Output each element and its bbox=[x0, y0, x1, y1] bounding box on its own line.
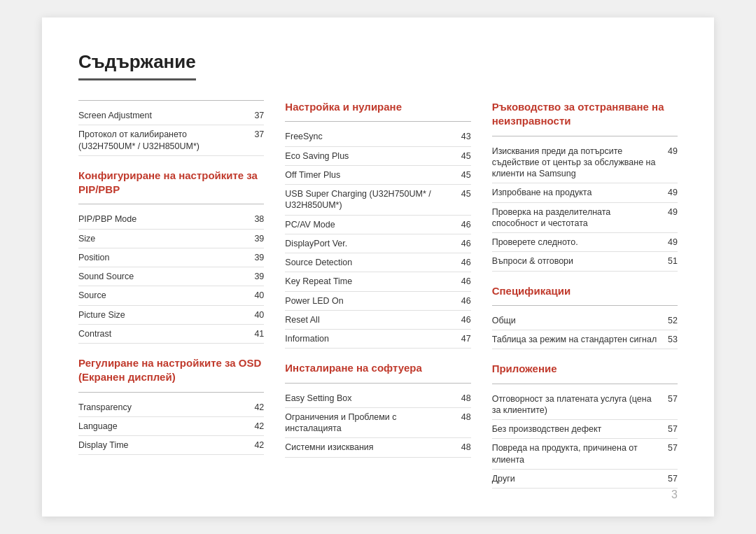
toc-row-label: Source Detection bbox=[285, 257, 456, 268]
toc-row-num: 45 bbox=[457, 170, 471, 180]
toc-row-num: 46 bbox=[457, 220, 471, 230]
toc-row: Picture Size40 bbox=[78, 306, 264, 325]
toc-row-label: Системни изисквания bbox=[285, 442, 456, 453]
toc-row: Изисквания преди да потърсите съдействие… bbox=[492, 142, 678, 184]
col2-section2-title: Инсталиране на софтуера bbox=[285, 361, 470, 375]
toc-row-label: Въпроси & отговори bbox=[492, 255, 664, 267]
toc-row: Reset All46 bbox=[285, 311, 470, 330]
column-3: Ръководство за отстраняване на неизправн… bbox=[492, 100, 678, 489]
col3-s1-rows: Изисквания преди да потърсите съдействие… bbox=[492, 142, 678, 272]
col1-s2-rows: Transparency42Language42Display Time42 bbox=[78, 398, 264, 456]
toc-row-num: 39 bbox=[250, 272, 264, 281]
toc-row-num: 46 bbox=[457, 258, 471, 267]
toc-row: Изпробване на продукта49 bbox=[492, 183, 678, 202]
toc-row: Screen Adjustment37 bbox=[78, 106, 264, 125]
toc-row: Повреда на продукта, причинена от клиент… bbox=[492, 439, 678, 470]
col3-section3-title: Приложение bbox=[492, 362, 678, 376]
toc-row-label: Други bbox=[492, 473, 664, 484]
toc-row-num: 45 bbox=[457, 151, 471, 161]
toc-row-label: USB Super Charging (U32H750UM* / U32H850… bbox=[285, 188, 456, 211]
toc-row: Отговорност за платената услуга (цена за… bbox=[492, 390, 678, 421]
col3-s2-rows: Общи52Таблица за режим на стандартен сиг… bbox=[492, 311, 678, 350]
col3-s3-rows: Отговорност за платената услуга (цена за… bbox=[492, 390, 678, 489]
toc-row-label: Information bbox=[285, 333, 456, 344]
toc-row-label: DisplayPort Ver. bbox=[285, 238, 456, 249]
col1-section1-title: Конфигуриране на настройките за PIP/PBP bbox=[78, 169, 264, 197]
toc-row-num: 46 bbox=[457, 276, 471, 286]
toc-row: Общи52 bbox=[492, 311, 678, 330]
toc-row-num: 57 bbox=[664, 394, 678, 404]
toc-row-num: 49 bbox=[664, 188, 678, 197]
col1-top-rows: Screen Adjustment37Протокол от калибиран… bbox=[78, 106, 264, 156]
column-1: Screen Adjustment37Протокол от калибиран… bbox=[78, 100, 285, 489]
toc-row: Ограничения и Проблеми с инсталацията48 bbox=[285, 408, 470, 439]
toc-row: Size39 bbox=[78, 230, 264, 248]
col3-section2-title: Спецификации bbox=[492, 284, 678, 298]
toc-row-label: Power LED On bbox=[285, 295, 456, 307]
toc-row-label: Изпробване на продукта bbox=[492, 187, 664, 198]
toc-row: Language42 bbox=[78, 417, 264, 436]
col2-section2: Инсталиране на софтуера Easy Setting Box… bbox=[285, 361, 470, 457]
toc-row-num: 42 bbox=[250, 421, 264, 431]
toc-row-label: PC/AV Mode bbox=[285, 219, 456, 230]
toc-row-label: Отговорност за платената услуга (цена за… bbox=[492, 393, 664, 416]
page-number: 3 bbox=[671, 489, 678, 501]
toc-row: Проверете следното.49 bbox=[492, 233, 678, 252]
toc-row: PC/AV Mode46 bbox=[285, 216, 470, 234]
toc-row-label: FreeSync bbox=[285, 131, 456, 142]
toc-row: Без производствен дефект57 bbox=[492, 420, 678, 439]
toc-row-num: 53 bbox=[664, 335, 678, 344]
toc-row-label: Easy Setting Box bbox=[285, 393, 456, 404]
toc-row-num: 37 bbox=[250, 129, 264, 139]
col3-section1: Ръководство за отстраняване на неизправн… bbox=[492, 100, 678, 272]
toc-row: Information47 bbox=[285, 330, 470, 349]
col1-top-section: Screen Adjustment37Протокол от калибиран… bbox=[78, 100, 264, 156]
toc-row-label: Reset All bbox=[285, 314, 456, 325]
toc-row-label: PIP/PBP Mode bbox=[78, 213, 250, 225]
toc-row-label: Transparency bbox=[78, 402, 250, 413]
toc-row-label: Без производствен дефект bbox=[492, 423, 664, 435]
toc-row: PIP/PBP Mode38 bbox=[78, 210, 264, 229]
col1-section2: Регулиране на настройките за OSD (Екране… bbox=[78, 356, 264, 455]
col1-s1-rows: PIP/PBP Mode38Size39Position39Sound Sour… bbox=[78, 210, 264, 344]
toc-row-num: 47 bbox=[457, 334, 471, 344]
toc-row: Въпроси & отговори51 bbox=[492, 252, 678, 271]
toc-row-label: Picture Size bbox=[78, 309, 250, 321]
page-title: Съдържание bbox=[78, 51, 196, 80]
toc-row-label: Протокол от калибирането (U32H750UM* / U… bbox=[78, 129, 250, 152]
toc-row-label: Size bbox=[78, 233, 250, 244]
toc-row-label: Общи bbox=[492, 315, 664, 326]
toc-row-num: 41 bbox=[250, 329, 264, 339]
toc-row-num: 51 bbox=[664, 256, 678, 266]
column-2: Настройка и нулиране FreeSync43Eco Savin… bbox=[285, 100, 491, 489]
toc-row-num: 49 bbox=[664, 146, 678, 156]
toc-row-num: 43 bbox=[457, 132, 471, 141]
toc-row: USB Super Charging (U32H750UM* / U32H850… bbox=[285, 185, 470, 216]
toc-row-num: 46 bbox=[457, 296, 471, 306]
toc-row: Key Repeat Time46 bbox=[285, 272, 470, 291]
toc-row-label: Source bbox=[78, 290, 250, 301]
toc-row-label: Sound Source bbox=[78, 271, 250, 282]
toc-row: Off Timer Plus45 bbox=[285, 166, 470, 185]
toc-row-num: 48 bbox=[457, 393, 471, 403]
toc-row-num: 48 bbox=[457, 442, 471, 452]
col3-section3: Приложение Отговорност за платената услу… bbox=[492, 362, 678, 489]
toc-row-num: 39 bbox=[250, 253, 264, 262]
toc-row-label: Display Time bbox=[78, 440, 250, 451]
toc-row: Display Time42 bbox=[78, 436, 264, 455]
toc-row-label: Eco Saving Plus bbox=[285, 150, 456, 162]
toc-row-label: Изисквания преди да потърсите съдействие… bbox=[492, 146, 664, 180]
toc-row-num: 57 bbox=[664, 474, 678, 484]
toc-row-label: Position bbox=[78, 252, 250, 263]
toc-row-num: 40 bbox=[250, 310, 264, 320]
toc-row-num: 38 bbox=[250, 214, 264, 224]
toc-row: Протокол от калибирането (U32H750UM* / U… bbox=[78, 125, 264, 156]
toc-row: Transparency42 bbox=[78, 398, 264, 417]
toc-row: Eco Saving Plus45 bbox=[285, 147, 470, 166]
toc-row: DisplayPort Ver.46 bbox=[285, 234, 470, 253]
col1-section1: Конфигуриране на настройките за PIP/PBP … bbox=[78, 169, 264, 344]
toc-row-num: 42 bbox=[250, 440, 264, 450]
toc-row-label: Таблица за режим на стандартен сигнал bbox=[492, 334, 664, 345]
toc-row-num: 40 bbox=[250, 290, 264, 300]
toc-row-label: Contrast bbox=[78, 328, 250, 339]
